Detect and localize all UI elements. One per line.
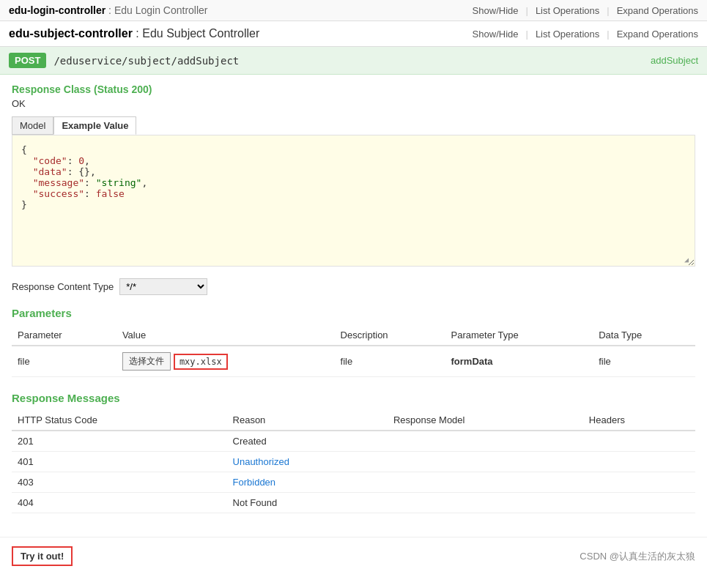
code-block: { "code": 0, "data": {}, "message": "str… bbox=[12, 135, 695, 267]
subject-expand-ops-link[interactable]: Expand Operations bbox=[617, 29, 698, 40]
col-parameter: Parameter bbox=[12, 325, 116, 346]
param-value-cell: 选择文件 mxy.xlsx bbox=[116, 346, 335, 377]
response-model bbox=[388, 493, 583, 513]
parameters-title: Parameters bbox=[12, 307, 695, 319]
subject-show-hide-link[interactable]: Show/Hide bbox=[473, 29, 519, 40]
table-row: 401 Unauthorized bbox=[12, 452, 695, 472]
subject-controller-actions: Show/Hide | List Operations | Expand Ope… bbox=[473, 29, 698, 40]
choose-file-button[interactable]: 选择文件 bbox=[122, 352, 171, 371]
status-code: 404 bbox=[12, 493, 227, 513]
response-model bbox=[388, 472, 583, 493]
headers bbox=[583, 431, 695, 452]
method-badge: POST bbox=[9, 53, 46, 68]
login-expand-ops-link[interactable]: Expand Operations bbox=[617, 5, 698, 16]
col-reason: Reason bbox=[227, 410, 388, 431]
params-header-row: Parameter Value Description Parameter Ty… bbox=[12, 325, 695, 346]
status-code: 201 bbox=[12, 431, 227, 452]
login-controller-name: Edu Login Controller bbox=[114, 4, 208, 16]
table-row: file 选择文件 mxy.xlsx file formData file bbox=[12, 346, 695, 377]
reason: Forbidden bbox=[227, 472, 388, 493]
param-name: file bbox=[12, 346, 116, 377]
col-response-model: Response Model bbox=[388, 410, 583, 431]
headers bbox=[583, 452, 695, 472]
response-messages-title: Response Messages bbox=[12, 392, 695, 404]
subject-list-ops-link[interactable]: List Operations bbox=[536, 29, 599, 40]
main-content: Response Class (Status 200) OK Model Exa… bbox=[0, 75, 707, 537]
messages-header-row: HTTP Status Code Reason Response Model H… bbox=[12, 410, 695, 431]
subject-controller-title: edu-subject-controller : Edu Subject Con… bbox=[9, 27, 259, 40]
table-row: 403 Forbidden bbox=[12, 472, 695, 493]
reason: Created bbox=[227, 431, 388, 452]
messages-table: HTTP Status Code Reason Response Model H… bbox=[12, 410, 695, 513]
reason: Not Found bbox=[227, 493, 388, 513]
login-controller-id: edu-login-controller bbox=[9, 4, 106, 16]
footer: Try it out! CSDN @认真生活的灰太狼 bbox=[0, 537, 707, 575]
col-data-type: Data Type bbox=[593, 325, 695, 346]
login-controller-row: edu-login-controller : Edu Login Control… bbox=[0, 0, 707, 21]
reason: Unauthorized bbox=[227, 452, 388, 472]
response-model bbox=[388, 452, 583, 472]
login-controller-title: edu-login-controller : Edu Login Control… bbox=[9, 4, 208, 16]
response-content-type-select[interactable]: */* application/json text/plain bbox=[119, 278, 207, 295]
model-tabs: Model Example Value bbox=[12, 116, 695, 135]
subject-controller-name: Edu Subject Controller bbox=[142, 27, 259, 40]
login-controller-separator: : bbox=[108, 4, 114, 16]
response-class-title: Response Class (Status 200) bbox=[12, 83, 695, 95]
headers bbox=[583, 472, 695, 493]
parameters-table: Parameter Value Description Parameter Ty… bbox=[12, 325, 695, 377]
login-show-hide-link[interactable]: Show/Hide bbox=[473, 5, 519, 16]
param-type: formData bbox=[445, 346, 593, 377]
login-list-ops-link[interactable]: List Operations bbox=[536, 5, 599, 16]
status-code: 401 bbox=[12, 452, 227, 472]
endpoint-bar: POST /eduservice/subject/addSubject addS… bbox=[0, 47, 707, 75]
subject-controller-separator: : bbox=[136, 27, 142, 40]
status-code: 403 bbox=[12, 472, 227, 493]
tab-model[interactable]: Model bbox=[12, 116, 53, 135]
tab-example[interactable]: Example Value bbox=[53, 116, 136, 135]
response-content-type-label: Response Content Type bbox=[12, 281, 114, 292]
table-row: 404 Not Found bbox=[12, 493, 695, 513]
param-data-type: file bbox=[593, 346, 695, 377]
resize-handle: ◢ bbox=[684, 256, 693, 264]
col-value: Value bbox=[116, 325, 335, 346]
try-it-out-button[interactable]: Try it out! bbox=[12, 546, 73, 566]
endpoint-id: addSubject bbox=[651, 55, 698, 66]
endpoint-path: /eduservice/subject/addSubject bbox=[53, 55, 239, 67]
param-description: file bbox=[335, 346, 445, 377]
file-name-badge: mxy.xlsx bbox=[174, 354, 228, 370]
col-headers: Headers bbox=[583, 410, 695, 431]
col-description: Description bbox=[335, 325, 445, 346]
response-content-type-row: Response Content Type */* application/js… bbox=[12, 278, 695, 295]
table-row: 201 Created bbox=[12, 431, 695, 452]
headers bbox=[583, 493, 695, 513]
response-ok: OK bbox=[12, 98, 695, 109]
response-model bbox=[388, 431, 583, 452]
col-param-type: Parameter Type bbox=[445, 325, 593, 346]
subject-controller-row: edu-subject-controller : Edu Subject Con… bbox=[0, 21, 707, 47]
col-status-code: HTTP Status Code bbox=[12, 410, 227, 431]
subject-controller-id: edu-subject-controller bbox=[9, 27, 133, 40]
login-controller-actions: Show/Hide | List Operations | Expand Ope… bbox=[473, 5, 698, 16]
footer-credit: CSDN @认真生活的灰太狼 bbox=[580, 550, 695, 563]
